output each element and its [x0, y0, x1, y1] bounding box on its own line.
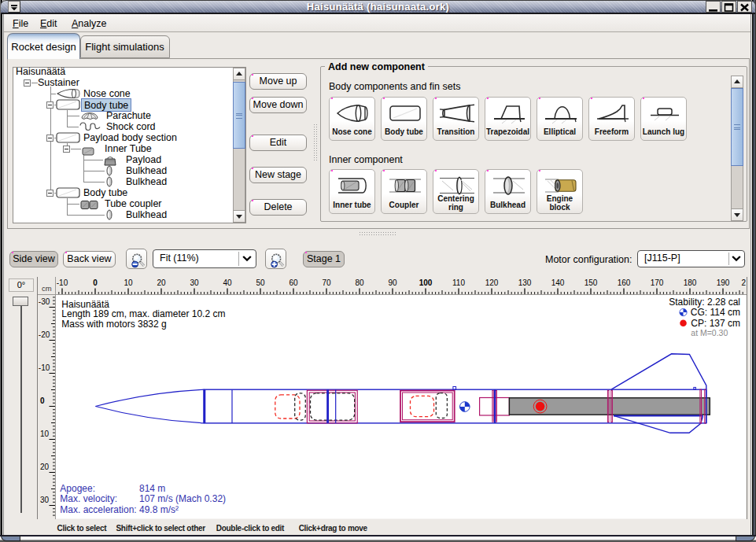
svg-text:80: 80: [355, 278, 364, 287]
svg-text:Stability: 2.28 cal: Stability: 2.28 cal: [669, 297, 740, 308]
svg-text:100: 100: [419, 278, 433, 287]
svg-text:90: 90: [388, 278, 397, 287]
svg-text:Max. velocity:: Max. velocity:: [60, 493, 117, 504]
svg-text:130: 130: [518, 278, 532, 287]
svg-text:-10: -10: [57, 278, 68, 287]
svg-text:70: 70: [322, 278, 331, 287]
svg-text:160: 160: [618, 278, 631, 287]
svg-text:Apogee:: Apogee:: [60, 483, 95, 494]
svg-text:Mass with motors 3832 g: Mass with motors 3832 g: [61, 319, 166, 330]
svg-text:140: 140: [551, 278, 565, 287]
svg-text:170: 170: [651, 278, 664, 287]
svg-text:Max. acceleration:: Max. acceleration:: [60, 504, 136, 515]
svg-text:-20: -20: [39, 330, 50, 339]
svg-text:0: 0: [93, 278, 98, 287]
svg-text:CG: 114 cm: CG: 114 cm: [691, 307, 740, 318]
svg-text:30: 30: [190, 278, 199, 287]
svg-text:20: 20: [40, 463, 50, 471]
svg-text:814 m: 814 m: [139, 483, 165, 494]
svg-text:cm: cm: [42, 284, 52, 293]
svg-text:10: 10: [124, 278, 133, 287]
svg-text:50: 50: [256, 278, 265, 287]
svg-text:110: 110: [452, 278, 465, 287]
svg-text:20: 20: [157, 278, 166, 287]
svg-text:120: 120: [485, 278, 499, 287]
svg-text:0: 0: [40, 396, 45, 405]
svg-text:40: 40: [223, 278, 232, 287]
svg-text:180: 180: [684, 278, 697, 287]
svg-text:10: 10: [40, 430, 50, 438]
svg-text:107 m/s (Mach 0.32): 107 m/s (Mach 0.32): [139, 493, 226, 504]
svg-text:-10: -10: [39, 363, 50, 372]
svg-text:30: 30: [40, 496, 50, 504]
svg-text:-30: -30: [39, 297, 50, 306]
svg-text:190: 190: [717, 278, 730, 287]
svg-text:49.8 m/s²: 49.8 m/s²: [139, 504, 179, 515]
svg-text:at M=0.30: at M=0.30: [691, 328, 728, 337]
svg-text:60: 60: [289, 278, 298, 287]
svg-text:2: 2: [742, 278, 747, 287]
svg-text:150: 150: [585, 278, 598, 287]
